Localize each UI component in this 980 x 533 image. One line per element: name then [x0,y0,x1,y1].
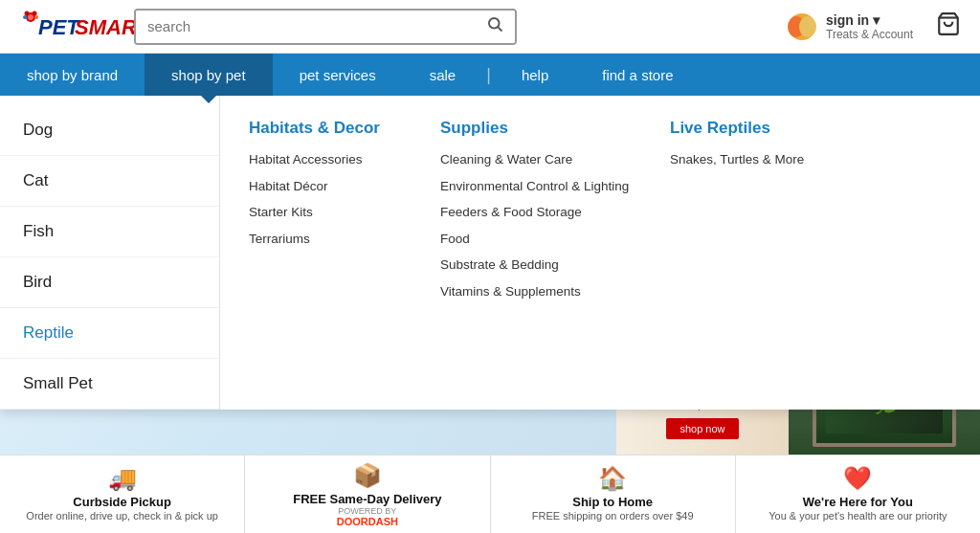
nav-item-sale[interactable]: sale [403,54,483,96]
supplies-link-3[interactable]: Food [440,231,632,248]
habitats-link-3[interactable]: Terrariums [249,231,402,248]
supplies-column: Supplies Cleaning & Water Care Environme… [440,119,632,387]
sign-in-text: sign in ▾ Treats & Account [826,12,913,41]
promo-ship-subtitle: FREE shipping on orders over $49 [532,509,694,522]
nav-item-help[interactable]: help [495,54,575,96]
search-bar[interactable] [134,9,517,45]
nav-item-pet-services[interactable]: pet services [273,54,403,96]
heart-icon: ❤️ [843,465,872,492]
pet-list-column: Dog Cat Fish Bird Reptile Small Pet [0,96,220,410]
pet-item-small-pet[interactable]: Small Pet [0,359,219,410]
promo-here-title: We're Here for You [803,495,913,509]
pet-item-reptile[interactable]: Reptile [0,308,219,359]
doordash-logo: DOORDASH [337,516,398,527]
live-reptiles-column: Live Reptiles Snakes, Turtles & More [670,119,823,387]
cart-icon[interactable] [936,11,961,42]
svg-point-2 [25,11,30,15]
supplies-link-4[interactable]: Substrate & Bedding [440,256,632,274]
promo-curbside-title: Curbside Pickup [73,495,171,509]
svg-point-12 [799,16,816,37]
live-reptiles-link-0[interactable]: Snakes, Turtles & More [670,151,823,168]
pet-item-fish[interactable]: Fish [0,207,219,257]
header-right: sign in ▾ Treats & Account [786,11,961,43]
supplies-link-0[interactable]: Cleaning & Water Care [440,151,632,168]
nav-item-shop-by-brand[interactable]: shop by brand [0,54,145,96]
habitats-heading: Habitats & Decor [249,119,402,138]
logo-area[interactable]: PET SMART [19,8,134,46]
promo-powered-by: POWERED BY [338,506,396,516]
supplies-link-5[interactable]: Vitamins & Supplements [440,283,632,300]
delivery-icon: 📦 [353,462,382,489]
search-input[interactable] [136,11,475,43]
promo-ship: 🏠 Ship to Home FREE shipping on orders o… [491,455,736,533]
promo-curbside-subtitle: Order online, drive up, check in & pick … [26,509,218,522]
live-reptiles-heading: Live Reptiles [670,119,823,138]
svg-line-9 [498,27,501,31]
pet-item-cat[interactable]: Cat [0,156,219,207]
promo-curbside: 🚚 Curbside Pickup Order online, drive up… [0,455,245,533]
promo-delivery-title: FREE Same-Day Delivery [293,492,441,506]
svg-point-4 [23,15,27,19]
promo-ship-title: Ship to Home [572,495,653,509]
nav-item-shop-by-pet[interactable]: shop by pet [145,54,273,96]
petsmart-logo: PET SMART [19,8,134,46]
treats-account: Treats & Account [826,28,913,41]
dropdown-overlay: Dog Cat Fish Bird Reptile Small Pet Habi… [0,96,980,410]
supplies-link-2[interactable]: Feeders & Food Storage [440,204,632,221]
habitats-link-1[interactable]: Habitat Décor [249,178,402,195]
pet-item-dog[interactable]: Dog [0,105,219,156]
ship-icon: 🏠 [598,465,627,492]
habitats-link-0[interactable]: Habitat Accessories [249,151,402,168]
promo-bar: 🚚 Curbside Pickup Order online, drive up… [0,455,980,533]
habitats-link-2[interactable]: Starter Kits [249,204,402,221]
svg-point-3 [33,11,37,15]
curbside-icon: 🚚 [108,465,137,492]
promo-here-for-you: ❤️ We're Here for You You & your pet's h… [736,455,980,533]
main-content: Start pr Our services For p learn more ‹… [0,96,980,533]
search-button[interactable] [475,11,515,43]
sign-in-label: sign in [826,12,869,28]
nav-divider: | [482,65,495,85]
pet-item-bird[interactable]: Bird [0,257,219,308]
sign-in-arrow: ▾ [873,12,880,28]
svg-text:SMART: SMART [75,15,134,39]
nav-bar: shop by brand shop by pet pet services s… [0,54,980,96]
header: PET SMART sign in [0,0,980,54]
habitats-column: Habitats & Decor Habitat Accessories Hab… [249,119,402,387]
sign-in-area[interactable]: sign in ▾ Treats & Account [786,11,913,43]
promo-delivery: 📦 FREE Same-Day Delivery POWERED BY DOOR… [245,455,490,533]
avatar-icon [786,11,818,43]
svg-point-1 [28,14,33,20]
nav-item-find-a-store[interactable]: find a store [575,54,700,96]
supplies-link-1[interactable]: Environmental Control & Lighting [440,178,632,195]
promo-here-subtitle: You & your pet's health are our priority [768,509,947,522]
svg-point-8 [489,18,500,29]
supplies-heading: Supplies [440,119,632,138]
submenu-area: Habitats & Decor Habitat Accessories Hab… [220,96,980,410]
thrive-shop-button[interactable]: shop now [666,418,738,439]
